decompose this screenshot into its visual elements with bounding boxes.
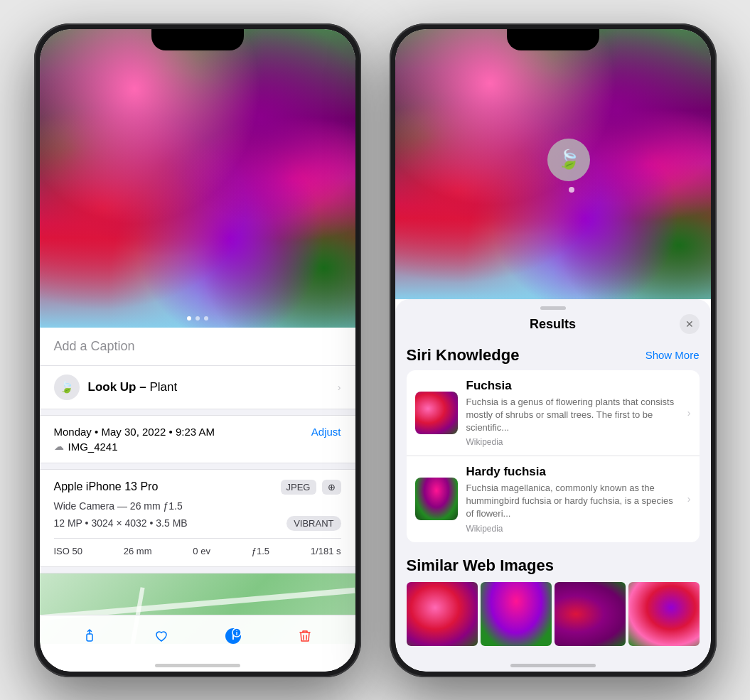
meta-filename: IMG_4241 [68,441,118,453]
camera-mp-row: 12 MP • 3024 × 4032 • 3.5 MB VIBRANT [54,516,341,531]
siri-bubble[interactable]: 🍃 [547,139,590,181]
home-indicator-right [510,664,596,667]
phone2-screen: 🍃 Results ✕ [395,29,711,672]
exif-iso: ISO 50 [54,546,82,556]
notch-right [507,29,599,50]
thumb-hardy-img [415,478,458,520]
similar-image-1[interactable] [407,582,478,646]
sim-img-1-bg [407,582,478,646]
exif-shutter: 1/181 s [311,546,341,556]
exif-row: ISO 50 26 mm 0 ev ƒ1.5 1/181 s [54,538,341,556]
photo-dot-3 [204,316,208,321]
camera-row1: Apple iPhone 13 Pro JPEG ⊕ [54,480,341,495]
phone-left: Add a Caption 🍃 Look Up – Plant › [34,23,361,677]
similar-header: Similar Web Images [407,548,700,582]
fuchsia-desc: Fuchsia is a genus of flowering plants t… [466,396,676,435]
location-badge: ⊕ [322,480,341,495]
phones-container: Add a Caption 🍃 Look Up – Plant › [34,23,717,677]
lookup-chevron-icon: › [338,382,341,393]
camera-mp: 12 MP • 3024 × 4032 • 3.5 MB [54,517,188,529]
thumb-fuchsia-img [415,392,458,434]
caption-row[interactable]: Add a Caption [40,328,355,366]
results-title: Results [530,317,576,332]
phone-right: 🍃 Results ✕ [390,23,717,677]
camera-section: Apple iPhone 13 Pro JPEG ⊕ Wide Camera —… [40,469,355,567]
photo-dot-1 [187,316,191,321]
jpeg-badge: JPEG [281,480,316,495]
show-more-button[interactable]: Show More [645,349,700,361]
hardy-source: Wikipedia [466,524,676,534]
exif-focal: 26 mm [124,546,152,556]
adjust-button[interactable]: Adjust [311,426,341,438]
photo-dot-2 [195,316,200,321]
similar-image-2[interactable] [481,582,552,646]
meta-section: Monday • May 30, 2022 • 9:23 AM Adjust ☁… [40,415,355,463]
siri-knowledge-header: Siri Knowledge Show More [407,338,700,370]
delete-button[interactable] [294,625,316,647]
svg-text:i: i [236,630,238,637]
lookup-row[interactable]: 🍃 Look Up – Plant › [40,366,355,409]
knowledge-item-fuchsia[interactable]: Fuchsia Fuchsia is a genus of flowering … [407,370,700,457]
fuchsia-thumbnail [415,392,458,434]
svg-rect-0 [87,634,92,641]
hardy-thumbnail [415,478,458,520]
meta-date-row: Monday • May 30, 2022 • 9:23 AM Adjust [54,426,341,438]
meta-date: Monday • May 30, 2022 • 9:23 AM [54,426,215,438]
siri-connector-dot [569,187,574,193]
hardy-desc: Fuchsia magellanica, commonly known as t… [466,482,676,521]
results-body: Siri Knowledge Show More [395,338,711,672]
exif-aperture: ƒ1.5 [252,546,269,556]
info-button[interactable]: i i [223,625,244,647]
knowledge-content-fuchsia: Fuchsia Fuchsia is a genus of flowering … [466,379,676,448]
photo-area2: 🍃 [395,29,711,299]
camera-model: Apple iPhone 13 Pro [54,480,159,493]
siri-leaf-icon: 🍃 [557,149,580,171]
phone1-screen: Add a Caption 🍃 Look Up – Plant › [40,29,355,672]
photo-area[interactable] [40,29,355,328]
results-panel: Results ✕ Siri Knowledge Show More [395,299,711,672]
fuchsia-name: Fuchsia [466,379,676,393]
exif-ev: 0 ev [193,546,210,556]
similar-image-4[interactable] [628,582,700,646]
badge-row: JPEG ⊕ [281,480,341,495]
vibrant-badge: VIBRANT [286,516,341,531]
knowledge-item-hardy[interactable]: Hardy fuchsia Fuchsia magellanica, commo… [407,456,700,542]
camera-lens: Wide Camera — 26 mm ƒ1.5 [54,500,341,512]
knowledge-card: Fuchsia Fuchsia is a genus of flowering … [407,370,700,542]
sim-img-2-bg [481,582,552,646]
meta-filename-row: ☁ IMG_4241 [54,441,341,453]
share-button[interactable] [79,625,100,647]
sim-img-4-bg [628,582,700,646]
fuchsia-source: Wikipedia [466,437,676,447]
cloud-icon: ☁ [54,441,64,452]
toolbar: i i [40,615,355,672]
flower-photo [40,29,355,328]
similar-title: Similar Web Images [407,556,554,574]
notch [151,29,244,50]
results-header: Results ✕ [395,310,711,338]
fuchsia-chevron-icon: › [687,407,691,419]
home-indicator [155,664,240,667]
results-close-button[interactable]: ✕ [680,314,700,334]
similar-images [407,582,700,646]
caption-placeholder[interactable]: Add a Caption [54,339,135,353]
similar-image-3[interactable] [555,582,626,646]
like-button[interactable] [151,625,172,647]
lookup-icon: 🍃 [54,375,80,400]
hardy-chevron-icon: › [687,493,691,505]
hardy-name: Hardy fuchsia [466,465,676,479]
photo-dots [187,316,208,321]
siri-knowledge-title: Siri Knowledge [407,346,520,365]
knowledge-content-hardy: Hardy fuchsia Fuchsia magellanica, commo… [466,465,676,534]
lookup-text: Look Up – Plant [88,380,178,394]
sim-img-3-bg [555,582,626,646]
